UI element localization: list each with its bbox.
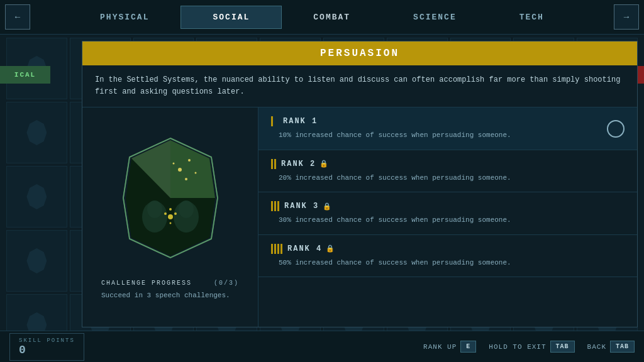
- rank-1-circle[interactable]: [607, 120, 625, 138]
- rank-3-bar-2: [274, 201, 276, 211]
- bg-skill-item: [6, 102, 67, 163]
- rank-item-1[interactable]: RANK 1 10% increased chance of success w…: [258, 107, 637, 150]
- challenge-progress: (0/3): [214, 280, 239, 287]
- svg-point-9: [168, 214, 173, 219]
- lock-icon-3: 🔒: [323, 202, 331, 211]
- side-label-left: ICAL: [0, 66, 50, 84]
- modal-body: CHALLENGE PROGRESS (0/3) Succeed in 3 sp…: [82, 107, 637, 327]
- rank-4-bar-3: [277, 244, 279, 254]
- svg-point-4: [194, 172, 196, 174]
- top-navigation: ← PHYSICAL SOCIAL COMBAT SCIENCE TECH →: [0, 0, 644, 35]
- bg-skill-icon: [26, 184, 47, 209]
- rank-4-title: RANK 4: [287, 244, 322, 253]
- tab-social[interactable]: SOCIAL: [180, 6, 282, 29]
- back-label2: BACK: [587, 343, 606, 351]
- bottom-bar: SKILL POINTS 0 RANK UP E HOLD TO EXIT TA…: [0, 331, 644, 362]
- challenge-title: CHALLENGE PROGRESS (0/3): [101, 280, 239, 287]
- svg-point-11: [164, 212, 167, 215]
- skill-image-panel: CHALLENGE PROGRESS (0/3) Succeed in 3 sp…: [82, 107, 258, 327]
- rank-1-desc: 10% increased chance of success when per…: [279, 130, 625, 141]
- challenge-title-text: CHALLENGE PROGRESS: [101, 280, 192, 287]
- bg-skill-item: [6, 230, 67, 292]
- challenge-description: Succeed in 3 speech challenges.: [101, 292, 239, 299]
- back-action[interactable]: BACK TAB: [587, 341, 635, 353]
- svg-point-0: [178, 168, 182, 172]
- svg-point-13: [169, 222, 171, 224]
- hold-to-exit-action[interactable]: HOLD TO EXIT TAB: [489, 341, 574, 353]
- challenge-section: CHALLENGE PROGRESS (0/3) Succeed in 3 sp…: [95, 280, 245, 299]
- rank-item-3[interactable]: RANK 3 🔒 30% increased chance of success…: [258, 192, 637, 235]
- svg-point-10: [169, 208, 172, 211]
- rank-4-desc: 50% increased chance of success when per…: [279, 258, 625, 268]
- rank-1-bar: [271, 116, 273, 126]
- lock-icon-2: 🔒: [319, 160, 328, 168]
- rank-1-title: RANK 1: [283, 117, 318, 126]
- skill-badge: [120, 135, 221, 261]
- svg-point-3: [172, 163, 174, 165]
- svg-point-1: [188, 159, 191, 162]
- svg-point-6: [147, 200, 162, 218]
- tab-tech[interactable]: TECH: [488, 6, 575, 28]
- rank-2-bar-2: [274, 159, 276, 169]
- back-key2: TAB: [610, 341, 635, 353]
- rank-2-desc: 20% increased chance of success when per…: [279, 173, 625, 184]
- back-key: TAB: [550, 341, 575, 353]
- skill-points-box: SKILL POINTS 0: [9, 333, 84, 361]
- tab-physical[interactable]: PHYSICAL: [69, 6, 180, 28]
- bottom-actions: RANK UP E HOLD TO EXIT TAB BACK TAB: [423, 341, 635, 353]
- skill-points-label: SKILL POINTS: [19, 337, 75, 344]
- rank-4-bar-2: [274, 244, 276, 254]
- badge-svg: [120, 135, 221, 261]
- nav-left-arrow[interactable]: ←: [5, 4, 30, 30]
- rank-2-header: RANK 2 🔒: [271, 159, 625, 169]
- rank-item-4[interactable]: RANK 4 🔒 50% increased chance of success…: [258, 235, 637, 278]
- skill-modal: PERSUASION In the Settled Systems, the n…: [82, 41, 638, 327]
- rank-3-header: RANK 3 🔒: [271, 201, 625, 211]
- rank-4-header: RANK 4 🔒: [271, 244, 625, 254]
- back-label: HOLD TO EXIT: [489, 343, 546, 351]
- rank-up-label: RANK UP: [423, 343, 457, 351]
- rank-2-bar-1: [271, 159, 273, 169]
- rank-3-bar-3: [277, 201, 279, 211]
- modal-title: PERSUASION: [82, 41, 637, 65]
- bg-skill-icon: [26, 248, 47, 273]
- rank-up-action[interactable]: RANK UP E: [423, 341, 476, 353]
- ranks-panel: RANK 1 10% increased chance of success w…: [258, 107, 637, 327]
- tab-science[interactable]: SCIENCE: [382, 6, 488, 28]
- rank-item-2[interactable]: RANK 2 🔒 20% increased chance of success…: [258, 150, 637, 193]
- rank-2-title: RANK 2: [281, 160, 316, 168]
- lock-icon-4: 🔒: [326, 244, 335, 253]
- bg-skill-icon: [26, 120, 47, 145]
- rank-3-title: RANK 3: [284, 202, 319, 211]
- tab-combat[interactable]: COMBAT: [282, 6, 382, 28]
- rank-3-bar-1: [271, 201, 273, 211]
- nav-right-arrow[interactable]: →: [614, 4, 639, 30]
- rank-1-header: RANK 1: [271, 116, 625, 126]
- svg-point-2: [185, 178, 187, 180]
- rank-4-bar-4: [280, 244, 282, 254]
- svg-point-8: [179, 200, 194, 218]
- modal-description: In the Settled Systems, the nuanced abil…: [82, 65, 637, 107]
- rank-4-bar-1: [271, 244, 273, 254]
- bg-skill-item: [6, 166, 67, 228]
- nav-tabs: PHYSICAL SOCIAL COMBAT SCIENCE TECH: [35, 6, 609, 29]
- rank-3-desc: 30% increased chance of success when per…: [279, 215, 625, 226]
- rank-up-key: E: [460, 341, 476, 353]
- skill-points-value: 0: [19, 344, 75, 356]
- svg-point-12: [174, 212, 177, 215]
